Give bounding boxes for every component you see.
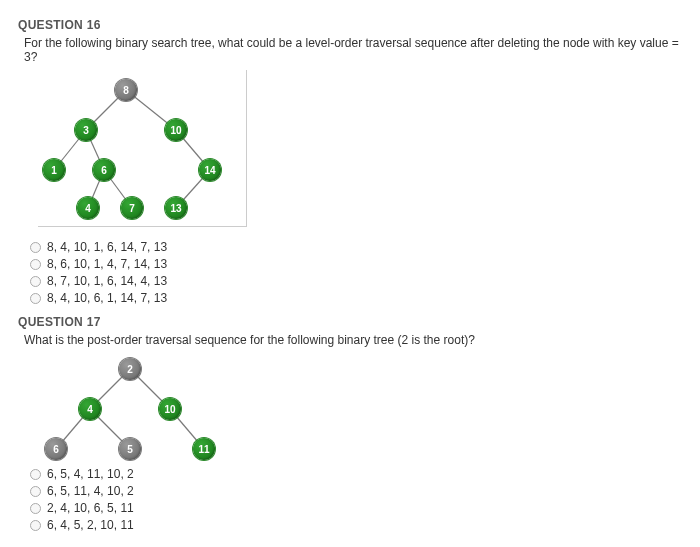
q17-options: 6, 5, 4, 11, 10, 2 6, 5, 11, 4, 10, 2 2,… [30,467,682,532]
radio-icon[interactable] [30,242,41,253]
q16-tree: 8 3 10 1 6 14 4 7 13 [38,74,238,224]
option-label: 8, 4, 10, 1, 6, 14, 7, 13 [47,240,167,254]
option-label: 6, 5, 4, 11, 10, 2 [47,467,134,481]
q16-tree-container: 8 3 10 1 6 14 4 7 13 [38,70,247,227]
q16-options: 8, 4, 10, 1, 6, 14, 7, 13 8, 6, 10, 1, 4… [30,240,682,305]
option-label: 8, 6, 10, 1, 4, 7, 14, 13 [47,257,167,271]
tree-node: 1 [43,159,65,181]
tree-node: 11 [193,438,215,460]
tree-node: 4 [79,398,101,420]
question-16-prompt: For the following binary search tree, wh… [24,36,682,64]
tree-node: 3 [75,119,97,141]
option-label: 6, 4, 5, 2, 10, 11 [47,518,134,532]
tree-node: 10 [165,119,187,141]
q16-option-a[interactable]: 8, 4, 10, 1, 6, 14, 7, 13 [30,240,682,254]
q17-option-c[interactable]: 2, 4, 10, 6, 5, 11 [30,501,682,515]
q17-option-d[interactable]: 6, 4, 5, 2, 10, 11 [30,518,682,532]
radio-icon[interactable] [30,259,41,270]
q16-option-c[interactable]: 8, 7, 10, 1, 6, 14, 4, 13 [30,274,682,288]
tree-node: 2 [119,358,141,380]
tree-node: 4 [77,197,99,219]
tree-node: 7 [121,197,143,219]
radio-icon[interactable] [30,520,41,531]
tree-node: 8 [115,79,137,101]
q16-option-d[interactable]: 8, 4, 10, 6, 1, 14, 7, 13 [30,291,682,305]
radio-icon[interactable] [30,293,41,304]
radio-icon[interactable] [30,503,41,514]
radio-icon[interactable] [30,486,41,497]
q17-tree: 2 4 10 6 5 11 [38,353,228,463]
question-17-prompt: What is the post-order traversal sequenc… [24,333,682,347]
tree-node: 14 [199,159,221,181]
option-label: 8, 4, 10, 6, 1, 14, 7, 13 [47,291,167,305]
tree-node: 6 [93,159,115,181]
option-label: 6, 5, 11, 4, 10, 2 [47,484,134,498]
option-label: 2, 4, 10, 6, 5, 11 [47,501,134,515]
q17-option-a[interactable]: 6, 5, 4, 11, 10, 2 [30,467,682,481]
tree-node: 13 [165,197,187,219]
q16-option-b[interactable]: 8, 6, 10, 1, 4, 7, 14, 13 [30,257,682,271]
radio-icon[interactable] [30,276,41,287]
tree-node: 5 [119,438,141,460]
tree-node: 10 [159,398,181,420]
radio-icon[interactable] [30,469,41,480]
option-label: 8, 7, 10, 1, 6, 14, 4, 13 [47,274,167,288]
tree-node: 6 [45,438,67,460]
question-17-title: QUESTION 17 [18,315,682,329]
question-16-title: QUESTION 16 [18,18,682,32]
q17-tree-container: 2 4 10 6 5 11 [38,353,682,463]
q17-option-b[interactable]: 6, 5, 11, 4, 10, 2 [30,484,682,498]
